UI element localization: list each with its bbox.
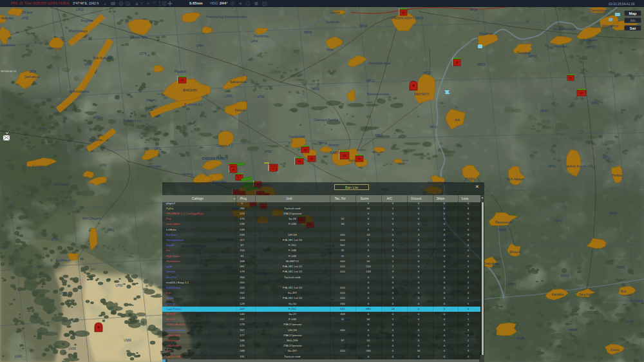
svg-text:LP62: LP62 xyxy=(100,164,107,167)
svg-text:LN69: LN69 xyxy=(124,339,131,342)
svg-text:Vinogradnyy: Vinogradnyy xyxy=(601,24,619,28)
svg-text:MN48: MN48 xyxy=(569,329,578,332)
svg-text:Altud: Altud xyxy=(327,48,334,52)
svg-text:Lechinkay: Lechinkay xyxy=(147,165,161,168)
svg-text:Yuvozhnoe: Yuvozhnoe xyxy=(0,44,15,47)
svg-text:MP53: MP53 xyxy=(587,46,596,49)
svg-text:LP60: LP60 xyxy=(116,284,123,287)
svg-text:Kyzburun 1-y: Kyzburun 1-y xyxy=(123,119,141,122)
svg-text:LP73: LP73 xyxy=(146,108,153,111)
svg-text:Verh.Akbash: Verh.Akbash xyxy=(507,178,524,181)
svg-text:Zmeyskaya: Zmeyskaya xyxy=(484,262,499,265)
svg-text:MN58: MN58 xyxy=(625,320,634,323)
svg-text:MP52: MP52 xyxy=(591,102,600,105)
svg-text:LP50: LP50 xyxy=(60,292,67,295)
svg-text:Gundelen: Gundelen xyxy=(32,165,46,168)
svg-text:Zol'skoe: Zol'skoe xyxy=(21,11,33,14)
svg-text:Kremenchug-Konstantinovskiy: Kremenchug-Konstantinovskiy xyxy=(206,15,247,19)
svg-text:BAKSAN: BAKSAN xyxy=(183,88,197,92)
svg-text:Hurikau: Hurikau xyxy=(612,174,623,177)
svg-text:MP51: MP51 xyxy=(603,157,611,160)
svg-text:Elhotovo: Elhotovo xyxy=(509,251,522,254)
svg-text:MP13: MP13 xyxy=(366,79,375,82)
svg-text:Zayukovo: Zayukovo xyxy=(89,138,102,142)
svg-text:MP43: MP43 xyxy=(529,55,537,58)
svg-text:Lesnoe: Lesnoe xyxy=(330,11,340,14)
svg-text:Darg-Koh: Darg-Koh xyxy=(579,293,592,296)
svg-text:Arik: Arik xyxy=(455,119,460,122)
svg-text:LP65: LP65 xyxy=(77,8,84,12)
svg-text:LP84: LP84 xyxy=(196,44,204,48)
svg-text:CHEGEM PERVYY: CHEGEM PERVYY xyxy=(202,157,229,160)
svg-text:Kirovo: Kirovo xyxy=(611,348,620,352)
svg-text:Islamey: Islamey xyxy=(146,99,157,102)
svg-text:MP30: MP30 xyxy=(498,229,507,232)
svg-text:MP40: MP40 xyxy=(554,220,563,223)
svg-text:MP04: MP04 xyxy=(304,31,312,34)
svg-text:Yrogainoe: Yrogainoe xyxy=(478,32,493,35)
svg-text:LP51: LP51 xyxy=(52,238,59,241)
svg-text:MN39: MN39 xyxy=(508,283,516,286)
svg-text:MP22: MP22 xyxy=(430,126,438,129)
svg-text:Psynshoko: Psynshoko xyxy=(254,35,269,38)
svg-text:Kishpek: Kishpek xyxy=(235,109,246,112)
svg-text:MP42: MP42 xyxy=(540,110,549,113)
svg-text:Nizh.Chegem: Nizh.Chegem xyxy=(82,217,100,220)
svg-text:MN49: MN49 xyxy=(561,274,569,278)
svg-text:Verh Kurkuzhin: Verh Kurkuzhin xyxy=(69,90,90,93)
svg-text:MP34: MP34 xyxy=(469,8,478,12)
svg-text:Brut: Brut xyxy=(621,290,627,293)
svg-text:Novoivanovskoe: Novoivanovskoe xyxy=(367,93,390,96)
svg-text:LN59: LN59 xyxy=(68,347,76,350)
svg-text:LP93: LP93 xyxy=(258,95,265,99)
svg-text:LP55: LP55 xyxy=(22,17,29,20)
svg-text:Priechinskaya: Priechinskaya xyxy=(68,30,88,33)
svg-text:Germenchik: Germenchik xyxy=(289,135,305,138)
svg-text:Novopoltavskoe: Novopoltavskoe xyxy=(368,62,390,65)
svg-text:P41: P41 xyxy=(1,247,6,250)
svg-text:Khumalag: Khumalag xyxy=(629,300,643,303)
svg-text:Sarmakovo: Sarmakovo xyxy=(24,75,40,79)
svg-text:LP53: LP53 xyxy=(38,128,45,131)
svg-text:LP61: LP61 xyxy=(108,229,115,232)
svg-text:MP03: MP03 xyxy=(312,88,320,91)
svg-text:MN38: MN38 xyxy=(516,337,525,340)
svg-text:Zhanhoteko: Zhanhoteko xyxy=(53,183,70,186)
svg-text:LP54: LP54 xyxy=(30,70,37,73)
svg-text:MP33: MP33 xyxy=(477,63,486,66)
svg-text:MP14: MP14 xyxy=(359,24,368,28)
svg-text:Psychoh: Psychoh xyxy=(175,70,186,73)
svg-text:Baksanenok: Baksanenok xyxy=(230,81,247,84)
svg-text:TEREK: TEREK xyxy=(465,178,476,181)
svg-text:Morzoh: Morzoh xyxy=(328,144,339,147)
svg-text:LP83: LP83 xyxy=(225,95,232,98)
svg-text:MP50: MP50 xyxy=(609,212,618,215)
svg-text:MAYSKIY: MAYSKIY xyxy=(414,92,430,96)
svg-text:LP94: LP94 xyxy=(251,40,258,43)
svg-text:LP92: LP92 xyxy=(265,150,272,153)
svg-text:MP23: MP23 xyxy=(423,71,431,75)
svg-text:Progress: Progress xyxy=(81,19,93,23)
svg-text:MN59: MN59 xyxy=(616,266,625,269)
svg-text:Pavlodolskaya: Pavlodolskaya xyxy=(590,9,610,12)
svg-text:Malkodes: Malkodes xyxy=(1,17,14,20)
svg-text:Novoosetinskaya: Novoosetinskaya xyxy=(553,28,576,31)
svg-text:Hamidiye: Hamidiye xyxy=(554,45,567,48)
svg-text:Kyzburun 3-y: Kyzburun 3-y xyxy=(184,103,202,106)
svg-text:Chegem 2-y: Chegem 2-y xyxy=(216,144,232,148)
svg-text:LP72: LP72 xyxy=(155,148,162,151)
svg-text:MP12: MP12 xyxy=(375,134,383,137)
svg-text:Yanikoy: Yanikoy xyxy=(182,173,193,176)
svg-text:Kamlyuko: Kamlyuko xyxy=(48,47,62,50)
svg-text:LP63: LP63 xyxy=(93,116,100,119)
svg-text:PROKHLADNYY MP24: PROKHLADNYY MP24 xyxy=(392,17,424,20)
svg-text:SEVKAVKAZ DR: SEVKAVKAZ DR xyxy=(1,70,17,73)
svg-text:Sunotskoe: Sunotskoe xyxy=(583,39,598,42)
svg-text:Hushtosyrt: Hushtosyrt xyxy=(56,259,71,262)
svg-text:Kuba-Taba: Kuba-Taba xyxy=(133,36,147,39)
svg-text:MP02: MP02 xyxy=(319,142,328,145)
svg-text:Kardzhin: Kardzhin xyxy=(552,293,564,296)
svg-text:Nizh Kurkuzhin: Nizh Kurkuzhin xyxy=(93,57,113,60)
svg-text:Planovskoye: Planovskoye xyxy=(495,221,513,224)
svg-text:Yantarnoe: Yantarnoe xyxy=(325,21,339,24)
